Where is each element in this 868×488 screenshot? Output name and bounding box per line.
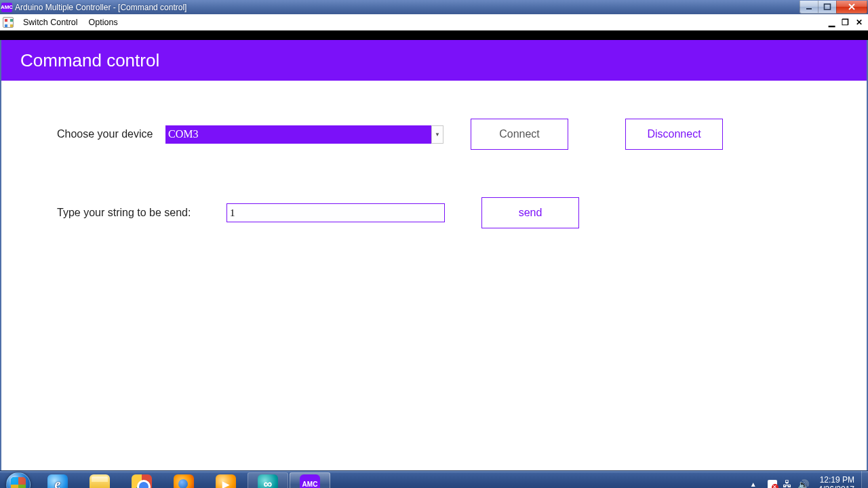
svg-rect-0 [806,8,812,9]
string-label: Type your string to be send: [57,207,226,219]
mdi-close-button[interactable]: ✕ [854,18,864,27]
network-icon[interactable]: 🖧 [783,479,792,489]
ie-icon [47,474,68,489]
tray-date: 4/26/2017 [818,485,854,489]
tray-time: 12:19 PM [818,475,854,485]
device-combobox-arrow[interactable]: ▼ [431,125,443,144]
device-label: Choose your device [57,128,165,140]
app-icon: AMC [1,3,12,12]
volume-icon[interactable]: 🔊 [797,479,809,489]
mdi-restore-button[interactable]: ❐ [840,18,850,27]
window-minimize-button[interactable] [800,1,818,14]
folder-icon [90,474,110,489]
taskbar-chrome[interactable] [121,472,162,489]
taskbar-internet-explorer[interactable] [37,472,78,489]
device-combobox[interactable]: COM3 [165,125,431,144]
firefox-icon [174,474,194,489]
taskbar-file-explorer[interactable] [79,472,120,489]
play-icon [216,474,236,489]
page-title: Command control [20,50,159,71]
window-maximize-button[interactable] [818,1,837,14]
menu-switch-control[interactable]: Switch Control [18,16,83,29]
action-center-icon[interactable] [768,480,777,489]
windows-logo-icon [6,472,31,489]
os-window-titlebar: AMC Arduino Multiple Controller - [Comma… [0,0,868,14]
chevron-down-icon: ▼ [435,131,440,138]
amc-icon [300,474,320,489]
menu-options[interactable]: Options [83,16,123,29]
show-desktop-button[interactable] [861,471,868,489]
arduino-icon [258,474,278,489]
mdi-minimize-button[interactable]: ▁ [827,18,836,27]
start-button[interactable] [0,471,37,489]
os-taskbar: ▲ 🖧 🔊 12:19 PM 4/26/2017 [0,470,868,488]
tray-clock[interactable]: 12:19 PM 4/26/2017 [814,475,861,489]
tray-show-hidden-icons[interactable]: ▲ [745,481,762,488]
svg-rect-1 [825,4,831,9]
taskbar-arduino-ide[interactable] [248,472,288,489]
menu-bar: Switch Control Options ▁ ❐ ✕ [0,14,868,30]
page-title-band: Command control [1,40,867,81]
window-title: Arduino Multiple Controller - [Command c… [15,3,186,12]
taskbar-amc-app[interactable] [290,472,330,489]
taskbar-firefox[interactable] [163,472,204,489]
send-button[interactable]: send [481,197,579,228]
form-icon [3,17,14,28]
string-input[interactable] [226,203,445,222]
chrome-icon [132,474,152,489]
connect-button[interactable]: Connect [471,119,568,150]
taskbar-media-player[interactable] [205,472,246,489]
client-area: Command control Choose your device COM3 … [0,40,868,470]
window-close-button[interactable] [836,1,867,14]
disconnect-button[interactable]: Disconnect [625,119,723,150]
